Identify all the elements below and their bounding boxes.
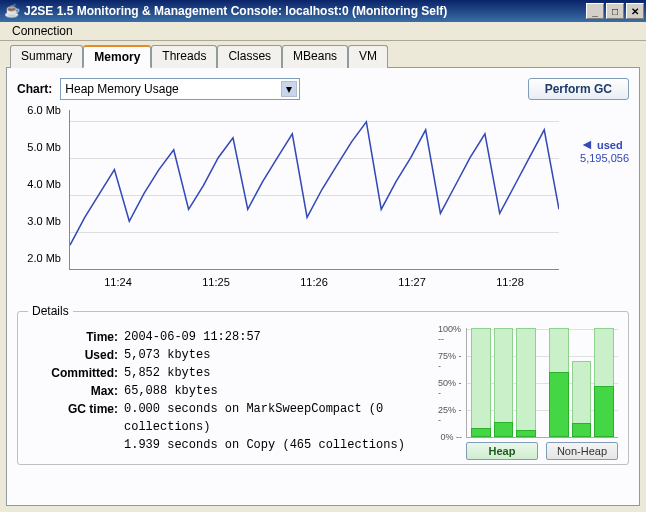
- pool-bar[interactable]: [471, 328, 491, 437]
- x-tick: 11:26: [300, 276, 328, 288]
- chart-label: Chart:: [17, 82, 52, 96]
- tab-mbeans[interactable]: MBeans: [282, 45, 348, 68]
- x-tick: 11:25: [202, 276, 230, 288]
- close-button[interactable]: ✕: [626, 3, 644, 19]
- mini-y-tick: 75% --: [438, 351, 462, 371]
- tab-row: Summary Memory Threads Classes MBeans VM: [6, 45, 640, 68]
- x-tick: 11:24: [104, 276, 132, 288]
- perform-gc-button[interactable]: Perform GC: [528, 78, 629, 100]
- tab-threads[interactable]: Threads: [151, 45, 217, 68]
- arrow-left-icon: ◄: [580, 136, 594, 152]
- detail-time: 2004-06-09 11:28:57: [124, 328, 428, 346]
- minimize-button[interactable]: _: [586, 3, 604, 19]
- usage-line: [70, 122, 559, 245]
- menubar: Connection: [0, 22, 646, 41]
- memory-panel: Chart: Heap Memory Usage ▾ Perform GC 6.…: [6, 68, 640, 506]
- tab-vm[interactable]: VM: [348, 45, 388, 68]
- window-title: J2SE 1.5 Monitoring & Management Console…: [24, 4, 584, 18]
- chevron-down-icon: ▾: [281, 81, 297, 97]
- x-tick: 11:28: [496, 276, 524, 288]
- menu-connection[interactable]: Connection: [6, 22, 79, 40]
- pool-bar[interactable]: [594, 328, 614, 437]
- tab-memory[interactable]: Memory: [83, 45, 151, 68]
- titlebar: ☕ J2SE 1.5 Monitoring & Management Conso…: [0, 0, 646, 22]
- pool-bar[interactable]: [494, 328, 514, 437]
- mini-y-tick: 0% --: [440, 432, 462, 442]
- pool-bar[interactable]: [572, 328, 592, 437]
- nonheap-button[interactable]: Non-Heap: [546, 442, 618, 460]
- mini-y-tick: 100% --: [438, 324, 462, 344]
- y-tick: 6.0 Mb: [27, 104, 61, 116]
- details-legend: Details: [28, 304, 73, 318]
- plot-area: [69, 110, 559, 270]
- y-tick: 3.0 Mb: [27, 215, 61, 227]
- detail-gc2: 1.939 seconds on Copy (465 collections): [124, 436, 428, 454]
- pool-bar[interactable]: [516, 328, 536, 437]
- detail-gc1: 0.000 seconds on MarkSweepCompact (0 col…: [124, 400, 428, 436]
- details-table: Time:2004-06-09 11:28:57 Used:5,073 kbyt…: [28, 328, 428, 460]
- y-tick: 2.0 Mb: [27, 252, 61, 264]
- heap-chart: 6.0 Mb5.0 Mb4.0 Mb3.0 Mb2.0 Mb 11:2411:2…: [17, 106, 629, 296]
- heap-button[interactable]: Heap: [466, 442, 538, 460]
- detail-max: 65,088 kbytes: [124, 382, 428, 400]
- y-tick: 5.0 Mb: [27, 141, 61, 153]
- details-group: Details Time:2004-06-09 11:28:57 Used:5,…: [17, 304, 629, 465]
- memory-pools-chart: 100% --75% --50% --25% --0% -- Heap Non-…: [438, 328, 618, 460]
- x-tick: 11:27: [398, 276, 426, 288]
- tab-summary[interactable]: Summary: [10, 45, 83, 68]
- y-tick: 4.0 Mb: [27, 178, 61, 190]
- detail-committed: 5,852 kbytes: [124, 364, 428, 382]
- chart-select-value: Heap Memory Usage: [65, 82, 178, 96]
- tab-classes[interactable]: Classes: [217, 45, 282, 68]
- java-icon: ☕: [4, 3, 20, 19]
- detail-used: 5,073 kbytes: [124, 346, 428, 364]
- chart-current-value: ◄ used 5,195,056: [580, 136, 629, 164]
- chart-select[interactable]: Heap Memory Usage ▾: [60, 78, 300, 100]
- mini-y-tick: 50% --: [438, 378, 462, 398]
- pool-bar[interactable]: [549, 328, 569, 437]
- mini-y-tick: 25% --: [438, 405, 462, 425]
- maximize-button[interactable]: □: [606, 3, 624, 19]
